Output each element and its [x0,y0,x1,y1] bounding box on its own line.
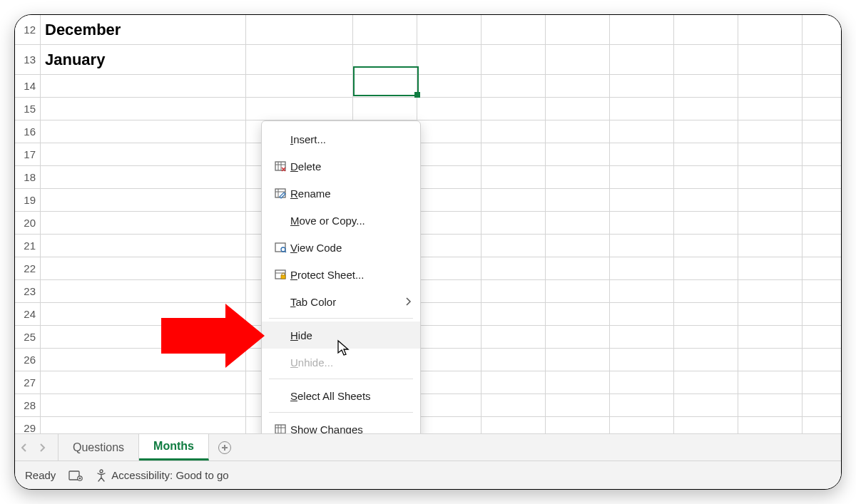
cell[interactable] [610,166,674,188]
cell[interactable] [546,326,610,348]
cell[interactable] [482,75,546,97]
cell[interactable] [674,15,738,44]
cell[interactable] [610,120,674,143]
cell[interactable] [417,326,482,348]
cell[interactable] [802,280,841,302]
cell[interactable] [610,189,674,211]
menu-insert[interactable]: Insert... [262,125,420,153]
accessibility-status[interactable]: Accessibility: Good to go [96,469,228,482]
row-header[interactable]: 13 [15,45,41,74]
cell[interactable] [610,15,674,44]
cell[interactable] [353,75,417,97]
cell[interactable] [802,45,841,74]
cell[interactable] [246,98,353,120]
cell[interactable] [417,120,482,143]
cell[interactable] [353,45,417,74]
cell[interactable] [610,349,674,371]
cell[interactable] [417,212,482,234]
cell[interactable] [610,143,674,165]
cell[interactable] [41,257,246,279]
cell[interactable] [610,394,674,416]
cell[interactable] [674,349,738,371]
cell[interactable] [674,120,738,143]
cell[interactable] [610,417,674,433]
cell[interactable]: December [41,15,246,44]
sheet-tab-questions[interactable]: Questions [58,434,139,461]
cell[interactable] [610,235,674,257]
cell[interactable] [738,371,802,394]
macro-record-icon[interactable] [68,470,83,481]
cell[interactable] [674,326,738,348]
cell[interactable] [246,15,353,44]
cell[interactable] [41,235,246,257]
cell[interactable] [802,417,841,433]
cell[interactable] [417,371,482,394]
cell[interactable] [546,303,610,325]
cell[interactable] [417,235,482,257]
cell[interactable] [482,189,546,211]
row-header[interactable]: 23 [15,280,41,302]
cell[interactable] [546,394,610,416]
row-header[interactable]: 29 [15,417,41,433]
cell[interactable] [802,394,841,416]
menu-view-code[interactable]: View Code [262,234,420,261]
cell[interactable] [738,326,802,348]
cell[interactable] [482,303,546,325]
cell[interactable] [802,166,841,188]
cell[interactable] [738,15,802,44]
cell[interactable] [546,189,610,211]
row-header[interactable]: 19 [15,189,41,211]
cell[interactable] [482,15,546,44]
cell[interactable] [482,235,546,257]
cell[interactable] [41,98,246,120]
cell[interactable] [674,257,738,279]
row-header[interactable]: 15 [15,98,41,120]
cell[interactable] [738,166,802,188]
cell[interactable] [674,189,738,211]
cell[interactable] [802,212,841,234]
cell[interactable] [546,257,610,279]
row-header[interactable]: 22 [15,257,41,279]
row-header[interactable]: 26 [15,349,41,371]
cell[interactable] [417,303,482,325]
row-header[interactable]: 27 [15,371,41,394]
cell[interactable] [802,326,841,348]
cell[interactable] [417,280,482,302]
cell[interactable] [610,257,674,279]
cell[interactable] [610,371,674,394]
cell[interactable] [738,143,802,165]
cell[interactable] [738,349,802,371]
cell[interactable] [417,349,482,371]
cell[interactable] [546,45,610,74]
spreadsheet-grid[interactable]: 12December13January141516171819202122232… [15,15,841,433]
cell[interactable] [610,326,674,348]
cell[interactable] [482,45,546,74]
cell[interactable] [417,189,482,211]
cell[interactable] [417,143,482,165]
cell[interactable] [482,257,546,279]
cell[interactable] [41,120,246,143]
row-header[interactable]: 24 [15,303,41,325]
cell[interactable] [738,235,802,257]
cell[interactable] [738,417,802,433]
row-header[interactable]: 20 [15,212,41,234]
cell[interactable] [738,98,802,120]
cell[interactable] [482,166,546,188]
cell[interactable] [482,98,546,120]
cell[interactable] [482,212,546,234]
cell[interactable] [674,303,738,325]
cell[interactable] [546,371,610,394]
cell[interactable] [41,371,246,394]
cell[interactable] [610,280,674,302]
cell[interactable] [802,371,841,394]
row-header[interactable]: 17 [15,143,41,165]
cell[interactable] [802,143,841,165]
cell[interactable] [610,212,674,234]
cell[interactable] [738,212,802,234]
row-header[interactable]: 28 [15,394,41,416]
cell[interactable] [802,349,841,371]
cell[interactable] [738,120,802,143]
cell[interactable] [417,394,482,416]
cell[interactable] [802,15,841,44]
cell[interactable] [41,417,246,433]
